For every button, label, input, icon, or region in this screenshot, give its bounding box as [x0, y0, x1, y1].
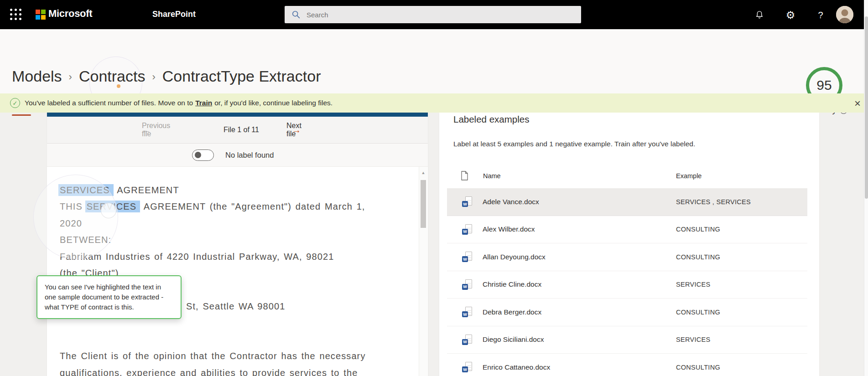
train-link[interactable]: Train	[195, 99, 212, 107]
document-page: SERVICES AGREEMENT THIS SERVICES AGREEME…	[47, 167, 428, 376]
scroll-up-arrow[interactable]: ▲	[419, 170, 427, 175]
microsoft-wordmark[interactable]: Microsoft	[48, 8, 92, 20]
settings-gear-icon[interactable]: ⚙	[785, 9, 796, 21]
table-row[interactable]: W Alex Wilber.docx CONSULTING	[447, 216, 807, 244]
help-icon[interactable]: ?	[815, 9, 826, 21]
breadcrumb-item-models[interactable]: Models	[12, 67, 62, 85]
doc-line: SERVICES AGREEMENT	[60, 182, 379, 198]
example-value: CONSULTING	[676, 243, 720, 271]
breadcrumb-separator: ›	[69, 71, 72, 83]
suite-bar: Microsoft SharePoint ⚙ ?	[0, 0, 868, 29]
no-label-toggle[interactable]	[192, 149, 214, 161]
file-position: File 1 of 11	[223, 117, 259, 143]
doc-line: BETWEEN:	[60, 232, 379, 248]
breadcrumb-separator: ›	[152, 71, 155, 83]
breadcrumb-item-current: ContractType Extractor	[162, 67, 321, 85]
annotation-tooltip-text: You can see I've highlighted the text in…	[45, 283, 163, 311]
document-viewer-panel: ← Previous file File 1 of 11 Next file →…	[47, 113, 428, 376]
word-file-icon: W	[462, 252, 472, 263]
page-scrollbar	[864, 0, 868, 376]
no-label-toggle-label: No label found	[225, 144, 274, 167]
file-navigation-row: ← Previous file File 1 of 11 Next file →	[47, 117, 428, 144]
success-check-icon: ✓	[10, 98, 20, 108]
banner-text: You've labeled a sufficient number of fi…	[25, 93, 333, 113]
microsoft-logo-icon[interactable]	[36, 10, 46, 20]
file-name: Alex Wilber.docx	[483, 216, 535, 243]
examples-table-header: Name Example	[439, 170, 819, 184]
viewer-accent-bar	[47, 113, 428, 117]
document-scrollbar-thumb[interactable]	[421, 180, 426, 228]
file-name: Diego Siciliani.docx	[483, 326, 544, 354]
annotation-tooltip: You can see I've highlighted the text in…	[36, 275, 182, 319]
doc-line: THIS SERVICES AGREEMENT (the "Agreement"…	[60, 198, 379, 232]
column-header-name[interactable]: Name	[483, 172, 501, 180]
word-file-icon: W	[462, 335, 472, 345]
no-label-row: No label found	[47, 144, 428, 167]
previous-file-label: Previous file	[142, 117, 170, 143]
active-tab-underline	[12, 114, 31, 116]
message-banner: ✓ You've labeled a sufficient number of …	[0, 93, 868, 113]
page-header: Models › Contracts › ContractType Extrac…	[0, 29, 868, 93]
search-input[interactable]	[306, 10, 581, 19]
example-value: CONSULTING	[676, 216, 720, 243]
table-row[interactable]: W Debra Berger.docx CONSULTING	[447, 299, 807, 326]
notifications-bell-icon[interactable]	[754, 9, 765, 21]
example-value: CONSULTING	[676, 299, 720, 326]
search-icon	[292, 10, 300, 19]
file-name: Adele Vance.docx	[483, 188, 539, 216]
word-file-icon: W	[462, 279, 472, 290]
file-name: Allan Deyoung.docx	[483, 243, 546, 271]
app-launcher-waffle-icon[interactable]	[10, 9, 21, 20]
table-row[interactable]: W Adele Vance.docx SERVICES , SERVICES	[447, 188, 807, 216]
file-name: Debra Berger.docx	[483, 299, 541, 326]
panel-title: Labeled examples	[453, 114, 529, 125]
banner-close-button[interactable]: ×	[850, 96, 865, 111]
example-value: SERVICES	[676, 271, 710, 299]
search-box[interactable]	[285, 6, 581, 23]
examples-table-body: W Adele Vance.docx SERVICES , SERVICES W…	[447, 188, 807, 376]
file-name: Enrico Cattaneo.docx	[483, 354, 550, 376]
accuracy-value: 95	[816, 77, 832, 93]
sharepoint-model-page: Microsoft SharePoint ⚙ ?	[0, 0, 868, 376]
file-type-column-icon	[461, 171, 468, 182]
banner-text-before: You've labeled a sufficient number of fi…	[25, 99, 193, 107]
word-file-icon: W	[462, 307, 472, 318]
word-file-icon: W	[462, 196, 472, 207]
doc-blank-lines	[60, 314, 379, 348]
page-scrollbar-thumb[interactable]	[865, 16, 868, 199]
document-scrollbar: ▲	[419, 167, 427, 376]
banner-text-after: or, if you'd like, continue labeling fil…	[214, 99, 333, 107]
word-file-icon: W	[462, 224, 472, 235]
text-highlight: SERVICES	[58, 184, 114, 196]
table-row[interactable]: W Christie Cline.docx SERVICES	[447, 271, 807, 299]
table-row[interactable]: W Allan Deyoung.docx CONSULTING	[447, 243, 807, 271]
example-value: SERVICES	[676, 326, 710, 354]
column-header-example[interactable]: Example	[676, 172, 702, 180]
labeled-examples-panel: Labeled examples Label at least 5 exampl…	[439, 113, 819, 376]
doc-line: The Client is of the opinion that the Co…	[60, 348, 379, 364]
doc-line: qualifications, experience and abilities…	[60, 365, 379, 376]
doc-line: Fabrikam Industries of 4220 Industrial P…	[60, 248, 379, 265]
table-row[interactable]: W Diego Siciliani.docx SERVICES	[447, 326, 807, 354]
breadcrumb: Models › Contracts › ContractType Extrac…	[12, 67, 321, 85]
close-icon: ×	[854, 97, 861, 110]
table-row[interactable]: W Enrico Cattaneo.docx CONSULTING	[447, 354, 807, 376]
sharepoint-home-link[interactable]: SharePoint	[152, 10, 196, 19]
example-value: SERVICES , SERVICES	[676, 188, 751, 216]
right-arrow-icon: →	[292, 117, 301, 143]
example-value: CONSULTING	[676, 354, 720, 376]
toggle-knob	[195, 152, 201, 158]
file-name: Christie Cline.docx	[483, 271, 541, 299]
panel-instruction: Label at least 5 examples and 1 negative…	[453, 140, 695, 148]
text-highlight: SERVICES	[85, 201, 140, 212]
doc-text-segment: AGREEMENT	[114, 185, 179, 195]
breadcrumb-item-contracts[interactable]: Contracts	[79, 67, 146, 85]
doc-text-segment: THIS	[60, 201, 87, 211]
word-file-icon: W	[462, 362, 472, 373]
user-avatar[interactable]	[836, 6, 853, 23]
